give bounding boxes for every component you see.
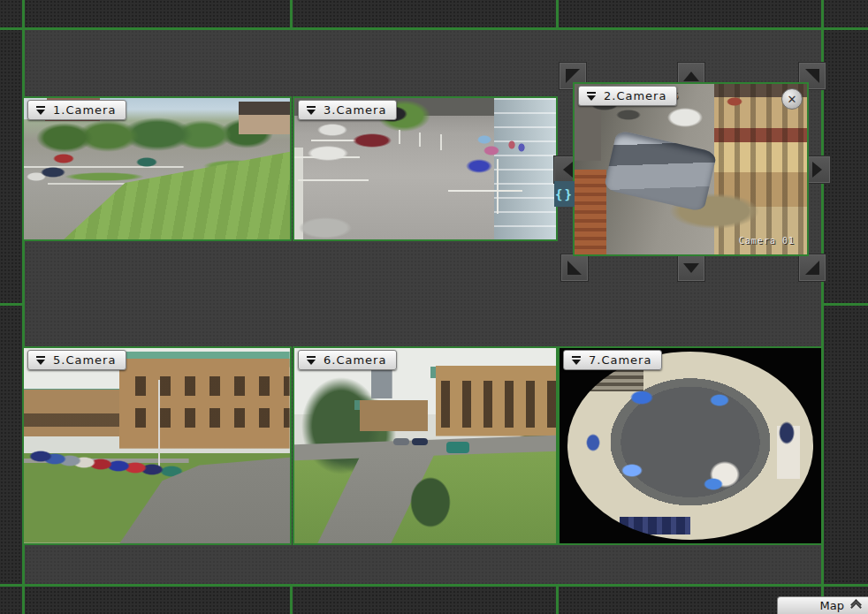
- scene-shape: [446, 442, 470, 453]
- expand-down-left-button[interactable]: [560, 254, 589, 282]
- close-camera-button[interactable]: ✕: [781, 88, 803, 110]
- map-panel-toggle[interactable]: Map: [777, 596, 868, 614]
- arrow-up-icon: [683, 72, 699, 81]
- scene-shape: [404, 469, 456, 535]
- double-chevron-up-icon: [852, 601, 860, 611]
- camera-label-text: 6.Camera: [324, 353, 386, 367]
- camera-3-label-button[interactable]: 3.Camera: [298, 100, 397, 120]
- camera-watermark: Camera 01: [739, 236, 795, 246]
- camera-label-text: 5.Camera: [53, 353, 116, 367]
- camera-label-text: 2.Camera: [604, 89, 666, 102]
- camera-tile-7[interactable]: 7.Camera: [558, 346, 823, 545]
- camera-1-label-button[interactable]: 1.Camera: [27, 100, 126, 120]
- camera-menu-dropdown-icon: [306, 356, 316, 365]
- link-icon[interactable]: {}: [554, 181, 575, 207]
- camera-7-label-button[interactable]: 7.Camera: [563, 350, 662, 370]
- camera-6-label-button[interactable]: 6.Camera: [298, 350, 397, 370]
- arrow-down-icon: [683, 263, 699, 273]
- fisheye-view: [567, 352, 813, 539]
- camera-menu-dropdown-icon: [35, 106, 46, 115]
- map-panel-label: Map: [820, 599, 844, 612]
- camera-2-label-button[interactable]: 2.Camera: [578, 86, 677, 106]
- camera-menu-dropdown-icon: [571, 356, 582, 365]
- camera-label-text: 1.Camera: [53, 103, 116, 117]
- expand-down-right-button[interactable]: [798, 254, 826, 282]
- camera-tile-1[interactable]: 1.Camera: [22, 96, 292, 241]
- arrow-down-left-icon: [567, 261, 582, 275]
- camera-tile-2-selected[interactable]: 52:16 Camera 01 2.Camera ✕: [573, 82, 809, 256]
- arrow-right-icon: [812, 162, 822, 178]
- camera-5-label-button[interactable]: 5.Camera: [27, 350, 126, 370]
- camera-menu-dropdown-icon: [306, 106, 316, 115]
- camera-menu-dropdown-icon: [586, 92, 597, 101]
- arrow-down-right-icon: [805, 261, 819, 275]
- close-icon: ✕: [788, 93, 797, 106]
- camera-menu-dropdown-icon: [35, 356, 46, 365]
- scene-shape: [412, 438, 428, 446]
- camera-tile-5[interactable]: 5.Camera: [22, 346, 292, 545]
- surveillance-layout-screen: 1.Camera 3.Camera 52:16 Camera 01 2.Came…: [0, 0, 868, 614]
- camera-tile-6[interactable]: 6.Camera: [293, 346, 558, 545]
- link-glyph: {}: [555, 187, 574, 201]
- arrow-up-right-icon: [805, 69, 819, 83]
- scene-shape: [393, 438, 409, 446]
- expand-down-button[interactable]: [677, 254, 705, 282]
- grid-line: [0, 584, 868, 587]
- camera-label-text: 7.Camera: [589, 353, 651, 367]
- arrow-up-left-icon: [566, 69, 580, 83]
- camera-tile-3[interactable]: 3.Camera: [293, 96, 558, 241]
- camera-label-text: 3.Camera: [324, 103, 386, 117]
- arrow-left-icon: [563, 162, 573, 178]
